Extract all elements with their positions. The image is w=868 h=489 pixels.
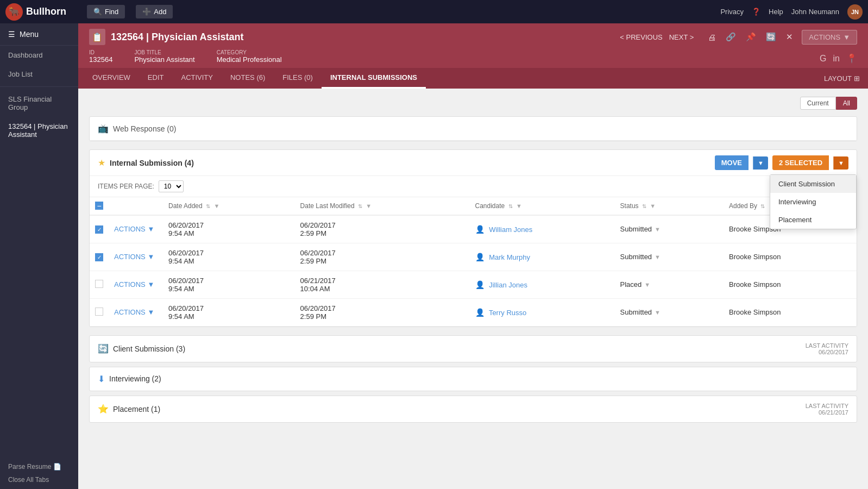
row2-actions-chevron: ▼ <box>147 253 154 261</box>
selected-dropdown-button[interactable]: ▼ <box>833 156 848 170</box>
row4-status: Submitted ▼ <box>615 298 724 326</box>
actions-label: ACTIONS <box>809 33 840 41</box>
dropdown-placement[interactable]: Placement <box>770 211 856 229</box>
tab-files[interactable]: FILES (0) <box>274 68 322 89</box>
tab-notes[interactable]: NOTES (6) <box>222 68 274 89</box>
move-button[interactable]: MOVE <box>715 155 749 170</box>
all-filter-button[interactable]: All <box>836 97 857 110</box>
add-label: Add <box>154 8 166 16</box>
row3-checkbox[interactable] <box>95 280 103 288</box>
row3-date-added: 06/20/2017 9:54 AM <box>163 271 295 298</box>
selected-button[interactable]: 2 SELECTED <box>772 155 829 170</box>
move-dropdown-button[interactable]: ▼ <box>753 156 768 170</box>
row4-candidate-link[interactable]: Terry Russo <box>489 309 526 317</box>
client-submission-section[interactable]: 🔄 Client Submission (3) LAST ACTIVITY 06… <box>89 335 857 362</box>
row4-date-modified: 06/20/2017 2:59 PM <box>295 298 470 326</box>
row3-candidate-link[interactable]: Jillian Jones <box>489 281 527 289</box>
row3-candidate-icon: 👤 <box>475 280 485 289</box>
linkedin-icon[interactable]: in <box>833 54 840 64</box>
added-by-sort-icon[interactable]: ⇅ <box>760 203 765 209</box>
candidate-sort-icon[interactable]: ⇅ <box>508 203 513 209</box>
actions-button[interactable]: ACTIONS ▼ <box>802 30 857 45</box>
meta-job-title: JOB TITLE Physician Assistant <box>134 49 194 64</box>
date-added-sort-icon[interactable]: ⇅ <box>206 203 210 209</box>
sidebar-menu-header[interactable]: ☰ Menu <box>0 23 78 46</box>
row1-candidate-link[interactable]: William Jones <box>489 225 532 234</box>
link-button[interactable]: 🔗 <box>724 31 738 43</box>
parse-resume-link[interactable]: Parse Resume 📄 <box>0 457 78 476</box>
row4-added-by: Brooke Simpson <box>724 298 857 326</box>
items-per-page-select[interactable]: 10 25 50 <box>159 180 184 192</box>
tab-internal-submissions[interactable]: INTERNAL SUBMISSIONS <box>322 68 426 89</box>
select-all-checkbox[interactable]: − <box>95 202 103 210</box>
layout-button[interactable]: LAYOUT ⊞ <box>824 74 863 83</box>
tab-activity[interactable]: ACTIVITY <box>172 68 222 89</box>
tab-files-label: FILES (0) <box>282 73 313 82</box>
row2-actions-button[interactable]: ACTIONS ▼ <box>114 253 154 261</box>
tab-overview[interactable]: OVERVIEW <box>84 68 139 89</box>
row3-date-modified: 06/21/2017 10:04 AM <box>295 271 470 298</box>
placement-label: Placement <box>778 216 812 224</box>
menu-label: Menu <box>20 30 39 39</box>
row4-checkbox[interactable] <box>95 308 103 316</box>
user-initials: JN <box>851 9 859 15</box>
row2-status-dropdown[interactable]: ▼ <box>655 254 661 260</box>
page-content: Current All 📺 Web Response (0) ★ Int <box>78 89 868 489</box>
search-icon: 🔍 <box>93 8 102 16</box>
row1-actions-button[interactable]: ACTIONS ▼ <box>114 225 154 233</box>
close-all-tabs-button[interactable]: Close All Tabs <box>0 476 78 489</box>
row1-candidate-icon: 👤 <box>475 225 485 234</box>
close-button[interactable]: ✕ <box>784 31 795 43</box>
status-sort-icon[interactable]: ⇅ <box>642 203 646 209</box>
table-row: ✓ ACTIONS ▼ 06/20/2017 9:54 AM 06/20/201… <box>90 243 857 271</box>
location-icon[interactable]: 📍 <box>846 53 857 64</box>
next-link[interactable]: NEXT > <box>669 33 694 41</box>
google-icon[interactable]: G <box>820 54 826 64</box>
date-modified-filter-icon[interactable]: ▼ <box>366 203 372 209</box>
row3-status-dropdown[interactable]: ▼ <box>644 281 650 288</box>
th-date-modified: Date Last Modified ⇅ ▼ <box>295 197 470 215</box>
placement-section[interactable]: ⭐ Placement (1) LAST ACTIVITY 06/21/2017 <box>89 396 857 423</box>
sidebar-item-job-list[interactable]: Job List <box>0 65 78 84</box>
row3-actions-button[interactable]: ACTIONS ▼ <box>114 280 154 289</box>
privacy-link[interactable]: Privacy <box>720 8 744 16</box>
interviewing-icon: ⬇ <box>98 374 105 384</box>
job-title-left: 📋 132564 | Physician Assistant <box>89 29 244 45</box>
status-filter-icon[interactable]: ▼ <box>650 203 656 209</box>
row1-status-dropdown[interactable]: ▼ <box>655 226 661 233</box>
interviewing-section[interactable]: ⬇ Interviewing (2) <box>89 367 857 391</box>
sidebar-item-sls[interactable]: SLS Financial Group <box>0 90 78 117</box>
row2-candidate-icon: 👤 <box>475 253 485 261</box>
add-button[interactable]: ➕ Add <box>136 5 173 18</box>
sidebar-item-job[interactable]: 132564 | Physician Assistant <box>0 117 78 144</box>
date-added-filter-icon[interactable]: ▼ <box>213 203 219 209</box>
placement-title: Placement (1) <box>113 405 160 413</box>
find-button[interactable]: 🔍 Find <box>87 5 125 18</box>
user-name: John Neumann <box>791 8 839 16</box>
current-filter-button[interactable]: Current <box>800 97 836 110</box>
refresh-button[interactable]: 🔄 <box>764 31 778 43</box>
date-modified-sort-icon[interactable]: ⇅ <box>358 203 362 209</box>
previous-link[interactable]: < PREVIOUS <box>620 33 662 41</box>
dropdown-interviewing[interactable]: Interviewing <box>770 193 856 211</box>
sidebar-item-dashboard[interactable]: Dashboard <box>0 46 78 65</box>
row1-checkbox[interactable]: ✓ <box>95 225 103 234</box>
pin-button[interactable]: 📌 <box>744 31 758 43</box>
dropdown-client-submission[interactable]: Client Submission <box>770 175 856 193</box>
interviewing-left: ⬇ Interviewing (2) <box>98 374 161 384</box>
interviewing-title: Interviewing (2) <box>109 374 161 383</box>
row4-actions-button[interactable]: ACTIONS ▼ <box>114 308 154 316</box>
row2-checkbox[interactable]: ✓ <box>95 253 103 261</box>
client-submission-left: 🔄 Client Submission (3) <box>98 343 185 354</box>
row2-candidate-link[interactable]: Mark Murphy <box>489 253 530 261</box>
print-button[interactable]: 🖨 <box>706 32 718 43</box>
help-link[interactable]: Help <box>769 8 783 16</box>
client-submission-title: Client Submission (3) <box>113 344 185 353</box>
social-icons: G in 📍 <box>820 53 857 68</box>
candidate-filter-icon[interactable]: ▼ <box>516 203 522 209</box>
row4-status-dropdown[interactable]: ▼ <box>655 309 661 316</box>
tab-edit[interactable]: EDIT <box>139 68 173 89</box>
submission-header-right: MOVE ▼ 2 SELECTED ▼ <box>715 155 848 170</box>
web-response-header[interactable]: 📺 Web Response (0) <box>90 117 857 141</box>
user-avatar: JN <box>847 4 863 20</box>
